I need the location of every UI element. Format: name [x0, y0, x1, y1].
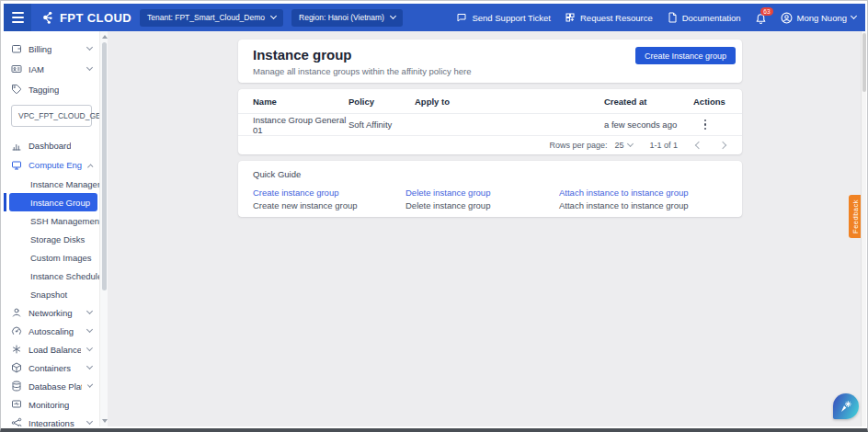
chevron-down-icon [86, 326, 93, 333]
sidebar-item-label: Networking [29, 308, 73, 318]
monitor-icon [11, 160, 22, 171]
page-scrollbar[interactable] [861, 31, 866, 426]
tenant-selector[interactable]: Tenant: FPT_Smart_Cloud_Demo [140, 9, 283, 27]
region-selector[interactable]: Region: Hanoi (Vietnam) [291, 9, 403, 27]
row-actions-kebab-icon[interactable] [699, 119, 712, 131]
sidebar-scrollbar[interactable] [99, 31, 108, 426]
sidebar-scroll-thumb[interactable] [102, 42, 107, 290]
send-support-ticket-label: Send Support Ticket [472, 13, 551, 23]
chevron-down-icon [86, 345, 93, 351]
monitor-pulse-icon [11, 399, 22, 410]
table-pagination: Rows per page: 25 1-1 of 1 [238, 135, 742, 154]
sidebar-item-database-platform[interactable]: Database Platform [4, 377, 99, 395]
gauge-icon [11, 325, 22, 336]
sidebar-subitem-instance-schedule[interactable]: Instance Schedule [4, 267, 99, 285]
column-header-apply-to: Apply to [415, 97, 604, 107]
sidebar-item-label: Autoscaling [29, 326, 74, 336]
sidebar-subitem-label: Instance Group [30, 198, 90, 208]
sidebar-item-billing[interactable]: Billing [4, 39, 99, 59]
previous-page-icon[interactable] [695, 142, 702, 149]
user-menu[interactable]: Mong Nuong [781, 12, 856, 24]
sidebar-subitem-instance-management[interactable]: Instance Management [4, 175, 99, 193]
sidebar-subitem-instance-group[interactable]: Instance Group [4, 193, 99, 211]
pagination-range: 1-1 of 1 [649, 141, 678, 150]
column-header-policy: Policy [348, 97, 415, 107]
send-support-ticket-link[interactable]: Send Support Ticket [456, 12, 551, 23]
sidebar-item-networking[interactable]: Networking [4, 303, 99, 322]
person-icon [11, 307, 22, 318]
column-header-actions: Actions [693, 97, 727, 107]
vpc-selector-value: VPC_FPT_CLOUD_GENER... [18, 111, 108, 120]
column-header-created-at: Created at [604, 97, 693, 107]
quick-guide-link-create[interactable]: Create instance group [253, 188, 405, 198]
sidebar-item-monitoring[interactable]: Monitoring [4, 395, 99, 414]
chat-icon [456, 12, 467, 23]
sidebar-subitem-snapshot[interactable]: Snapshot [4, 285, 99, 303]
top-navbar: FPT CLOUD Tenant: FPT_Smart_Cloud_Demo R… [4, 4, 865, 31]
ai-snowflake-icon [839, 399, 853, 414]
sidebar-item-containers[interactable]: Containers [4, 358, 99, 377]
bar-chart-icon [11, 141, 22, 152]
chevron-down-icon [270, 13, 277, 19]
quick-guide-link-attach[interactable]: Attach instance to instance group [559, 188, 727, 198]
sidebar-item-label: IAM [29, 64, 44, 74]
feedback-tab-label: Feedback [851, 199, 860, 233]
chevron-down-icon [86, 64, 93, 71]
documentation-link[interactable]: Documentation [667, 12, 741, 23]
notification-count-badge: 63 [760, 7, 772, 16]
sidebar-item-label: Billing [29, 44, 51, 54]
vpc-selector[interactable]: VPC_FPT_CLOUD_GENER... [11, 105, 92, 127]
table-header-row: Name Policy Apply to Created at Actions [238, 89, 742, 113]
sidebar-item-label: Integrations [29, 418, 74, 427]
next-page-icon[interactable] [719, 142, 726, 149]
brand-logo: FPT CLOUD [40, 10, 131, 25]
chevron-down-icon [86, 363, 93, 369]
chevron-down-icon [851, 13, 857, 19]
quick-guide-item: Create instance group Create new instanc… [253, 188, 405, 210]
database-icon [11, 381, 22, 392]
sidebar-item-label: Monitoring [29, 400, 69, 410]
cell-created-at: a few seconds ago [604, 119, 693, 130]
sidebar-subitem-ssh-management[interactable]: SSH Management [4, 211, 99, 230]
chevron-down-icon [86, 44, 93, 51]
sidebar-item-compute-engine[interactable]: Compute Engine [4, 155, 99, 175]
sidebar-item-dashboard[interactable]: Dashboard [4, 136, 99, 155]
create-instance-group-button[interactable]: Create Instance group [635, 47, 736, 64]
rows-per-page-label: Rows per page: [549, 141, 607, 150]
documentation-label: Documentation [682, 13, 741, 23]
sidebar-subitem-label: Instance Management [30, 179, 108, 189]
sidebar-item-label: Database Platform [29, 381, 82, 392]
sidebar-item-integrations[interactable]: Integrations [4, 414, 99, 426]
cube-icon [11, 362, 22, 373]
app-window: FPT CLOUD Tenant: FPT_Smart_Cloud_Demo R… [0, 0, 868, 432]
main-content: Instance group Manage all instance group… [108, 31, 866, 426]
sidebar-item-autoscaling[interactable]: Autoscaling [4, 322, 99, 340]
document-icon [667, 12, 678, 23]
chevron-down-icon [86, 308, 93, 314]
sidebar-item-label: Containers [29, 363, 71, 373]
quick-guide-card: Quick Guide Create instance group Create… [238, 161, 742, 217]
hamburger-menu-icon[interactable] [4, 4, 31, 31]
ai-assistant-button[interactable] [833, 393, 859, 419]
sidebar-item-tagging[interactable]: Tagging [4, 79, 99, 99]
page-scroll-thumb[interactable] [862, 33, 866, 92]
quick-guide-link-delete[interactable]: Delete instance group [405, 188, 559, 198]
sidebar-subitem-label: Storage Disks [30, 234, 85, 244]
chevron-down-icon [627, 141, 634, 147]
region-selector-value: Region: Hanoi (Vietnam) [299, 13, 384, 22]
quick-guide-item: Delete instance group Delete instance gr… [405, 188, 559, 210]
sidebar-subitem-label: Instance Schedule [30, 271, 102, 281]
sidebar-subitem-storage-disks[interactable]: Storage Disks [4, 230, 99, 248]
sidebar-subitem-custom-images[interactable]: Custom Images [4, 248, 99, 267]
sidebar-item-label: Compute Engine [29, 160, 82, 170]
sidebar-subitem-label: SSH Management [30, 216, 102, 226]
chevron-down-icon [390, 13, 396, 19]
rows-per-page-select[interactable]: 25 [614, 141, 633, 150]
sidebar-subitem-label: Snapshot [30, 290, 67, 300]
quick-guide-title: Quick Guide [253, 169, 727, 179]
sidebar-item-iam[interactable]: IAM [4, 59, 99, 79]
notifications-button[interactable]: 63 [755, 12, 767, 24]
request-resource-link[interactable]: Request Resource [565, 12, 653, 23]
sidebar-item-load-balancer[interactable]: Load Balancer [4, 340, 99, 358]
id-card-icon [11, 63, 22, 74]
